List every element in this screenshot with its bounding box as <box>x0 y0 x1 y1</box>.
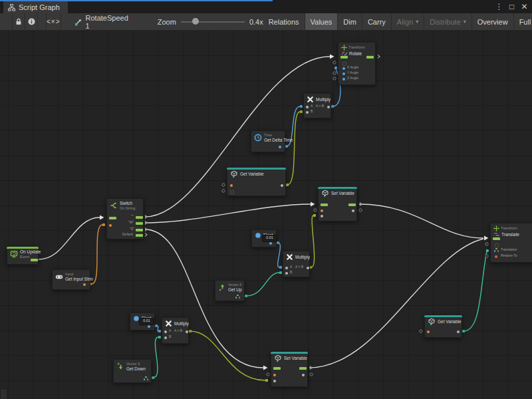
info-button[interactable] <box>25 13 38 30</box>
port-dot[interactable] <box>148 325 150 328</box>
align-dropdown[interactable]: Align ▾ <box>392 13 424 30</box>
port-connected[interactable] <box>158 330 161 332</box>
port-flow-bar[interactable] <box>340 56 348 59</box>
port-flow-bar[interactable] <box>321 203 328 206</box>
port-flow-bar[interactable] <box>109 217 116 219</box>
port-unconnected[interactable] <box>333 72 336 74</box>
port-dot[interactable] <box>307 267 309 269</box>
port-flow-bar[interactable] <box>31 259 38 261</box>
distribute-dropdown[interactable]: Distribute ▾ <box>424 13 471 30</box>
node-get-down[interactable]: Vector 3Get Down <box>113 359 152 383</box>
port-unconnected[interactable] <box>333 77 336 80</box>
values-button[interactable]: Values <box>305 13 338 30</box>
node-get-delta-time[interactable]: TimeGet Delta Time <box>251 130 285 152</box>
clipped-node[interactable] <box>0 388 7 399</box>
port-dot[interactable] <box>306 106 309 108</box>
port-connected[interactable] <box>300 105 303 108</box>
port-connected[interactable] <box>279 271 282 274</box>
port-dot[interactable] <box>279 146 281 148</box>
port-dot[interactable] <box>495 255 497 258</box>
dim-button[interactable]: Dim <box>338 13 362 30</box>
port-dot[interactable] <box>285 267 288 269</box>
node-set-variable-top[interactable]: Set Variable <box>318 187 357 221</box>
port-dot[interactable] <box>164 336 167 339</box>
node-multiply-bottom[interactable]: MultiplyAA × BB <box>162 317 189 344</box>
node-get-variable-mid[interactable]: Get Variable <box>227 168 286 196</box>
code-preview-button[interactable]: <×> <box>46 13 61 30</box>
port-dot[interactable] <box>164 331 167 333</box>
port-connected[interactable] <box>152 376 154 379</box>
port-connected[interactable] <box>245 295 247 297</box>
port-connected[interactable] <box>155 325 158 327</box>
port-dot[interactable] <box>109 224 112 227</box>
node-rotate[interactable]: TransformRotateX AngleY AngleZ Angle <box>338 42 376 85</box>
port-dot[interactable] <box>342 72 345 75</box>
node-get-variable-right[interactable]: Get Variable <box>424 315 462 338</box>
port-dot[interactable] <box>186 331 188 333</box>
node-multiply-top[interactable]: MultiplyAA × BB <box>303 93 331 118</box>
fullscreen-button[interactable]: Full Scre <box>514 13 532 30</box>
value-field[interactable]: 0.01 <box>262 235 277 242</box>
port-flow-bar[interactable] <box>366 56 374 59</box>
port-flow-bar[interactable] <box>136 229 143 231</box>
port-dot[interactable] <box>457 331 460 333</box>
node-translate[interactable]: TransformTranslateTranslationRelative To <box>490 223 532 263</box>
port-dot[interactable] <box>269 242 272 245</box>
port-connected[interactable] <box>286 184 289 186</box>
window-menu-button[interactable]: ⋮ <box>494 1 504 12</box>
graph-canvas[interactable]: On UpdateEventInputGet Input StrinSwitch… <box>0 30 532 399</box>
port-flow-bar[interactable] <box>299 367 307 370</box>
node-get-up[interactable]: Vector 3Get Up <box>215 280 245 301</box>
port-dot[interactable] <box>352 209 354 212</box>
overview-button[interactable]: Overview <box>472 13 514 30</box>
zoom-slider-handle[interactable] <box>192 18 199 25</box>
port-unconnected[interactable] <box>222 190 225 192</box>
port-connected[interactable] <box>158 336 161 338</box>
window-close-button[interactable]: ✕ <box>519 1 529 12</box>
graph-reference[interactable]: RotateSpeed 1 <box>74 14 128 30</box>
port-dot[interactable] <box>83 283 86 286</box>
port-unconnected[interactable] <box>222 184 225 186</box>
port-unconnected[interactable] <box>310 373 313 376</box>
port-flow-bar[interactable] <box>136 234 143 237</box>
window-maximize-button[interactable]: □ <box>507 1 517 12</box>
node-float-mid[interactable]: Float0.01 <box>251 229 277 247</box>
port-unconnected[interactable] <box>420 330 422 332</box>
tab-script-graph[interactable]: Script Graph <box>3 1 68 13</box>
port-dot[interactable] <box>321 209 323 212</box>
node-switch-on-string[interactable]: SwitchOn String"""W""S"Default <box>106 198 144 239</box>
port-dot[interactable] <box>342 78 345 80</box>
port-dot[interactable] <box>342 67 345 70</box>
carry-button[interactable]: Carry <box>362 13 392 30</box>
zoom-slider[interactable] <box>181 13 245 30</box>
port-unconnected[interactable] <box>359 209 362 211</box>
port-dot[interactable] <box>285 272 288 275</box>
port-dot[interactable] <box>230 184 233 187</box>
port-unconnected[interactable] <box>485 243 488 245</box>
port-connected[interactable] <box>300 110 303 113</box>
port-unconnected[interactable] <box>314 209 317 211</box>
node-float-bottom[interactable]: Float0.01 <box>130 313 155 331</box>
port-unconnected[interactable] <box>485 255 488 257</box>
lock-button[interactable] <box>13 13 25 30</box>
port-connected[interactable] <box>277 241 279 244</box>
node-set-variable-bottom[interactable]: Set Variable <box>271 352 308 387</box>
port-flow-bar[interactable] <box>136 216 143 219</box>
port-dot[interactable] <box>427 331 430 333</box>
node-get-input-string[interactable]: InputGet Input Strin <box>52 269 90 290</box>
port-unconnected[interactable] <box>333 61 336 64</box>
port-dot[interactable] <box>281 184 283 187</box>
node-on-update[interactable]: On UpdateEvent <box>7 247 39 265</box>
port-connected[interactable] <box>189 330 192 332</box>
port-flow-bar[interactable] <box>136 222 143 225</box>
port-connected[interactable] <box>279 266 282 269</box>
port-dot[interactable] <box>273 374 276 376</box>
port-connected[interactable] <box>313 214 316 217</box>
port-flow-bar[interactable] <box>348 203 356 206</box>
port-connected[interactable] <box>265 379 268 382</box>
port-dot[interactable] <box>321 215 323 217</box>
port-flow-bar[interactable] <box>493 237 500 240</box>
port-connected[interactable] <box>462 330 465 332</box>
node-multiply-mid[interactable]: MultiplyAA × BB <box>283 251 310 277</box>
port-connected[interactable] <box>102 223 105 226</box>
